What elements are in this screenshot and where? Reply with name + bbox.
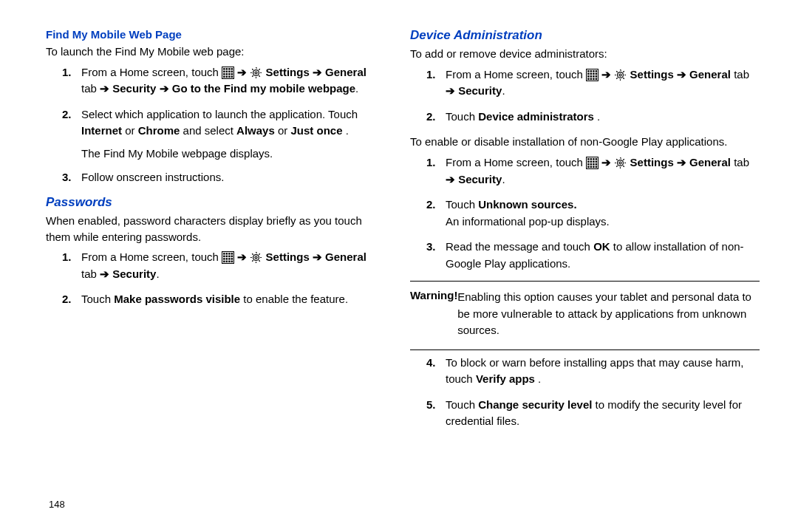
step-2: Touch Device administrators .: [410, 109, 760, 126]
intro-text-2: To enable or disable installation of non…: [410, 134, 760, 150]
apps-grid-icon: [586, 69, 598, 81]
warning-block: Warning! Enabling this option causes you…: [410, 286, 760, 345]
step-1: From a Home screen, touch ➔ Settings ➔ G…: [46, 64, 381, 98]
warning-text: Enabling this option causes your tablet …: [457, 289, 755, 339]
arrow-icon: ➔: [100, 82, 109, 95]
left-column: Find My Mobile Web Page To launch the Fi…: [46, 28, 403, 517]
divider: [410, 281, 760, 282]
warning-label: Warning!: [410, 289, 454, 301]
heading-device-administration: Device Administration: [410, 28, 760, 43]
step-5: Touch Change security level to modify th…: [410, 397, 760, 430]
arrow-icon: ➔: [237, 66, 250, 78]
step-1: From a Home screen, touch ➔ Settings ➔ G…: [410, 154, 760, 188]
steps-list: From a Home screen, touch ➔ Settings ➔ G…: [46, 64, 381, 140]
arrow-icon: ➔: [160, 82, 169, 95]
arrow-icon: ➔: [601, 68, 614, 81]
step-1: From a Home screen, touch ➔ Settings ➔ G…: [410, 66, 760, 100]
intro-text: To add or remove device administrators:: [410, 46, 760, 62]
gear-icon: [614, 157, 627, 169]
step-2: Touch Unknown sources. An informational …: [410, 197, 760, 230]
arrow-icon: ➔: [601, 156, 614, 168]
arrow-icon: ➔: [677, 156, 689, 168]
heading-find-my-mobile: Find My Mobile Web Page: [46, 28, 381, 41]
step-2: Touch Make passwords visible to enable t…: [46, 291, 381, 308]
passwords-intro: When enabled, password characters displa…: [46, 213, 381, 245]
step-3: Read the message and touch OK to allow i…: [410, 239, 760, 272]
divider: [410, 349, 760, 350]
arrow-icon: ➔: [237, 250, 250, 263]
right-column: Device Administration To add or remove d…: [403, 28, 760, 517]
intro-text: To launch the Find My Mobile web page:: [46, 44, 381, 60]
arrow-icon: ➔: [100, 267, 109, 280]
arrow-icon: ➔: [446, 173, 455, 185]
step-note: The Find My Mobile webpage displays.: [46, 146, 381, 163]
apps-grid-icon: [222, 66, 234, 79]
apps-grid-icon: [222, 251, 234, 264]
apps-grid-icon: [586, 157, 598, 169]
page-number: 148: [49, 499, 65, 510]
heading-passwords: Passwords: [46, 195, 381, 210]
arrow-icon: ➔: [313, 250, 325, 263]
step-2: Select which application to launch the a…: [46, 106, 381, 140]
arrow-icon: ➔: [446, 84, 455, 97]
steps-list: From a Home screen, touch ➔ Settings ➔ G…: [46, 249, 381, 308]
step-1: From a Home screen, touch ➔ Settings ➔ G…: [46, 249, 381, 282]
arrow-icon: ➔: [313, 66, 325, 78]
gear-icon: [614, 69, 627, 81]
arrow-icon: ➔: [677, 68, 689, 81]
gear-icon: [250, 251, 262, 264]
step-3: Follow onscreen instructions.: [46, 169, 381, 186]
gear-icon: [250, 66, 262, 79]
step-4: To block or warn before installing apps …: [410, 355, 760, 388]
